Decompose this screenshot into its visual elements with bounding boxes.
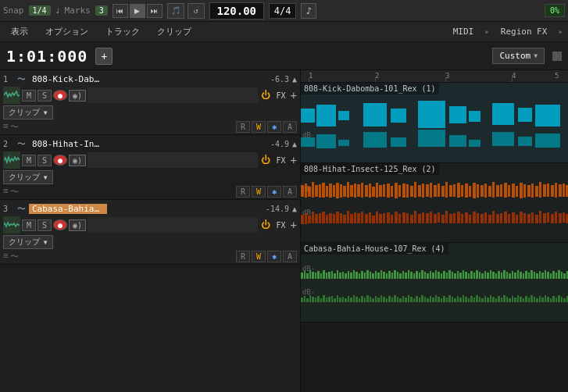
track-3-record[interactable]: ● bbox=[53, 219, 67, 230]
track-1-x[interactable]: ✱ bbox=[267, 121, 281, 133]
svg-rect-265 bbox=[309, 295, 311, 302]
track-2-w[interactable]: W bbox=[252, 186, 266, 198]
track-2-left-icons: ≡ 〜 bbox=[3, 186, 19, 198]
track-2-a[interactable]: A bbox=[283, 186, 297, 198]
track-3-add[interactable]: + bbox=[291, 219, 297, 231]
marks-value[interactable]: 3 bbox=[95, 5, 108, 16]
metronome-icon[interactable]: 🎵 bbox=[167, 3, 184, 19]
track-2-x[interactable]: ✱ bbox=[267, 186, 281, 198]
waveform-svg-1 bbox=[301, 97, 568, 161]
loop-icon[interactable]: ↺ bbox=[188, 3, 205, 19]
svg-rect-357 bbox=[561, 297, 563, 302]
track-2-fx[interactable]: FX bbox=[273, 156, 289, 165]
menu-clip[interactable]: クリップ bbox=[149, 24, 199, 39]
track-3-solo[interactable]: S bbox=[38, 219, 52, 231]
track-3-a[interactable]: A bbox=[283, 251, 297, 262]
fast-forward-button[interactable]: ⏭ bbox=[147, 4, 163, 18]
menu-midi[interactable]: MIDI bbox=[445, 25, 482, 38]
track-2-mute[interactable]: M bbox=[22, 155, 36, 166]
track-1-power[interactable]: ⏻ bbox=[259, 90, 272, 101]
svg-rect-112 bbox=[369, 212, 371, 223]
waveform-track-2[interactable]: 808-Hihat-Insect-125_Rex (2) dB- dB- bbox=[301, 163, 568, 243]
track-1-r[interactable]: R bbox=[236, 121, 250, 133]
track-3-power[interactable]: ⏻ bbox=[259, 219, 272, 230]
track-1-icon-wave[interactable]: 〜 bbox=[10, 121, 19, 133]
svg-rect-179 bbox=[342, 272, 344, 279]
track-3-r[interactable]: R bbox=[236, 251, 250, 262]
svg-rect-1 bbox=[316, 105, 336, 127]
svg-rect-192 bbox=[377, 273, 380, 279]
waveform-track-1[interactable]: 808-Kick-Dabomba-101_Rex (1) dB- dB- bbox=[301, 83, 568, 163]
track-2-add[interactable]: + bbox=[291, 154, 297, 166]
track-3-name[interactable]: Cabasa-Bahia-t bbox=[29, 204, 107, 214]
track-1-add[interactable]: + bbox=[291, 89, 297, 102]
svg-rect-2 bbox=[338, 111, 349, 120]
track-2-icon-wave[interactable]: 〜 bbox=[10, 186, 19, 198]
track-3-icon-eq[interactable]: ≡ bbox=[3, 251, 9, 262]
track-1-a[interactable]: A bbox=[283, 121, 297, 133]
svg-rect-270 bbox=[323, 295, 325, 302]
track-2-solo[interactable]: S bbox=[38, 155, 52, 166]
metronome-button[interactable]: ♪ bbox=[301, 3, 316, 19]
svg-rect-76 bbox=[504, 183, 507, 198]
svg-rect-154 bbox=[531, 212, 534, 223]
svg-rect-350 bbox=[541, 298, 544, 302]
menu-view[interactable]: 表示 bbox=[3, 24, 36, 39]
svg-rect-349 bbox=[539, 296, 541, 302]
play-button[interactable]: ▶ bbox=[130, 4, 145, 18]
track-2-record[interactable]: ● bbox=[53, 155, 67, 166]
svg-rect-346 bbox=[530, 295, 533, 302]
track-3-icon-wave[interactable]: 〜 bbox=[10, 251, 19, 262]
svg-rect-130 bbox=[438, 212, 440, 223]
svg-rect-239 bbox=[506, 272, 508, 279]
track-1-icon-eq[interactable]: ≡ bbox=[3, 121, 9, 133]
menu-track[interactable]: トラック bbox=[98, 24, 148, 39]
menu-options[interactable]: オプション bbox=[38, 24, 96, 39]
custom-dropdown[interactable]: Custom bbox=[492, 48, 545, 64]
svg-rect-199 bbox=[397, 272, 398, 279]
track-2-expand[interactable]: ▲ bbox=[292, 140, 297, 148]
track-3-w[interactable]: W bbox=[252, 251, 266, 262]
track-1-name[interactable]: 808-Kick-Dabor bbox=[29, 74, 107, 84]
track-3-expand[interactable]: ▲ bbox=[292, 205, 297, 213]
track-3-mono[interactable]: ◉) bbox=[69, 219, 86, 231]
waveform-track-3[interactable]: Cabasa-Bahia-House-107_Rex (4) dB- dB- bbox=[301, 243, 568, 323]
bpm-display[interactable]: 120.00 bbox=[209, 2, 264, 20]
track-2-clip-dropdown[interactable]: クリップ bbox=[3, 170, 53, 184]
svg-rect-177 bbox=[337, 270, 338, 279]
track-1-fx[interactable]: FX bbox=[273, 91, 289, 100]
track-1-mono[interactable]: ◉) bbox=[69, 90, 86, 102]
track-3-mute[interactable]: M bbox=[22, 219, 36, 231]
svg-rect-202 bbox=[405, 273, 407, 279]
track-2-name[interactable]: 808-Hihat-Inse bbox=[29, 139, 107, 149]
track-3-clip-dropdown[interactable]: クリップ bbox=[3, 235, 53, 249]
track-3-x[interactable]: ✱ bbox=[267, 251, 281, 262]
menu-region-fx[interactable]: Region FX bbox=[493, 25, 555, 38]
track-1-mute[interactable]: M bbox=[22, 90, 36, 102]
svg-rect-93 bbox=[301, 215, 304, 224]
time-display[interactable]: 1:01:000 bbox=[6, 47, 88, 66]
svg-rect-43 bbox=[376, 183, 378, 198]
rewind-button[interactable]: ⏮ bbox=[113, 4, 128, 18]
track-2-mono[interactable]: ◉) bbox=[69, 155, 86, 166]
track-1-w[interactable]: W bbox=[252, 121, 266, 133]
track-1-mini-wave bbox=[3, 87, 20, 104]
svg-rect-116 bbox=[383, 213, 385, 223]
track-2-power[interactable]: ⏻ bbox=[259, 155, 272, 166]
svg-rect-285 bbox=[364, 298, 366, 302]
svg-rect-160 bbox=[555, 212, 557, 223]
track-2-r[interactable]: R bbox=[236, 186, 250, 198]
track-1-solo[interactable]: S bbox=[38, 90, 52, 102]
track-1-record[interactable]: ● bbox=[53, 90, 67, 101]
svg-rect-209 bbox=[424, 272, 426, 279]
track-1-clip-dropdown[interactable]: クリップ bbox=[3, 105, 53, 119]
track-3-fx[interactable]: FX bbox=[273, 221, 289, 230]
track-1-expand[interactable]: ▲ bbox=[292, 75, 297, 84]
track-3-bottom: ≡ 〜 R W ✱ A bbox=[3, 251, 297, 262]
snap-value[interactable]: 1/4 bbox=[29, 5, 51, 16]
svg-rect-317 bbox=[452, 297, 453, 302]
time-sig-display[interactable]: 4/4 bbox=[269, 3, 297, 19]
track-2-icon-eq[interactable]: ≡ bbox=[3, 186, 9, 198]
svg-rect-148 bbox=[508, 214, 510, 223]
add-marker-button[interactable]: + bbox=[95, 48, 113, 65]
